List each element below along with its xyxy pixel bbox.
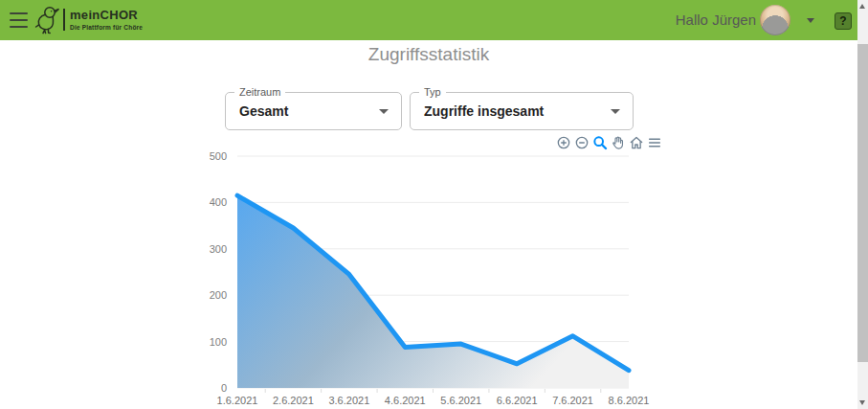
svg-text:100: 100 [210,336,227,348]
brand-name: meinCHOR [70,9,143,22]
scrollbar-up-arrow-icon[interactable] [859,4,865,9]
svg-text:0: 0 [221,382,227,394]
svg-text:400: 400 [210,196,227,208]
brand-tagline: Die Plattform für Chöre [70,24,143,31]
scrollbar-down-arrow-icon[interactable] [859,400,865,405]
typ-select-label: Typ [419,86,446,98]
access-chart-canvas: 01002003004005001.6.20212.6.20213.6.2021… [206,144,656,409]
zeitraum-select[interactable]: Zeitraum Gesamt [225,92,402,130]
access-chart[interactable]: 01002003004005001.6.20212.6.20213.6.2021… [206,144,656,409]
zeitraum-chevron-down-icon [379,109,389,114]
account-chevron-down-icon[interactable] [807,18,814,23]
app-header: meinCHOR Die Plattform für Chöre Hallo J… [0,0,857,40]
zeitraum-select-label: Zeitraum [234,86,285,98]
bird-logo-icon [34,5,60,34]
user-greeting: Hallo Jürgen [660,11,756,28]
hamburger-menu-icon[interactable] [10,12,28,28]
typ-chevron-down-icon [611,109,620,114]
svg-text:200: 200 [210,289,227,301]
typ-select[interactable]: Typ Zugriffe insgesamt [410,92,634,130]
scrollbar-thumb[interactable] [857,44,868,362]
brand-divider [63,9,65,31]
svg-text:1.6.2021: 1.6.2021 [217,395,258,406]
svg-text:6.6.2021: 6.6.2021 [497,395,538,406]
help-button[interactable]: ? [835,12,852,30]
page-title: Zugriffsstatistik [0,44,857,65]
svg-text:300: 300 [210,243,227,255]
svg-text:5.6.2021: 5.6.2021 [440,395,481,406]
brand-logo: meinCHOR Die Plattform für Chöre [34,5,143,34]
svg-text:8.6.2021: 8.6.2021 [609,395,650,406]
page: meinCHOR Die Plattform für Chöre Hallo J… [0,0,868,409]
svg-text:3.6.2021: 3.6.2021 [328,395,369,406]
svg-text:500: 500 [210,150,227,162]
svg-text:4.6.2021: 4.6.2021 [385,395,426,406]
vertical-scrollbar[interactable] [857,0,868,409]
svg-text:7.6.2021: 7.6.2021 [552,395,593,406]
svg-text:2.6.2021: 2.6.2021 [273,395,314,406]
avatar[interactable] [760,5,790,35]
